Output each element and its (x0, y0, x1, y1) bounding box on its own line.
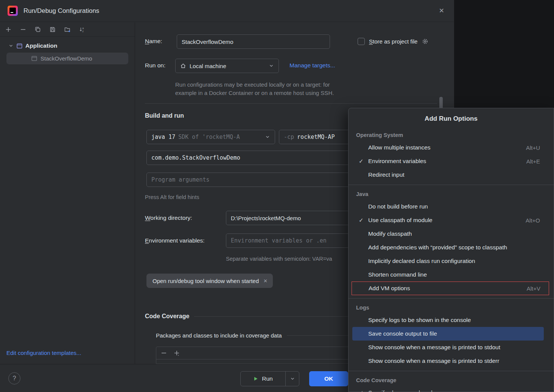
menu-item[interactable]: Modify classpath (349, 227, 554, 241)
menu-item[interactable]: ✓Specify classes and packages (349, 386, 554, 392)
code-coverage-title: Code Coverage (145, 313, 189, 320)
menu-item[interactable]: Allow multiple instancesAlt+U (349, 141, 554, 154)
jdk-description: SDK of 'rocketMQ-A (178, 134, 240, 140)
chevron-down-icon (265, 134, 270, 140)
working-directory-label: Working directory: (145, 215, 192, 221)
menu-item[interactable]: ✓Use classpath of moduleAlt+O (349, 213, 554, 227)
open-run-tool-window-chip: Open run/debug tool window when started … (146, 274, 273, 288)
menu-item[interactable]: Do not build before run (349, 200, 554, 213)
jdk-select[interactable]: java 17 SDK of 'rocketMQ-A (146, 130, 275, 144)
dialog-title: Run/Debug Configurations (23, 7, 99, 15)
chip-close-icon[interactable]: ✕ (263, 278, 268, 284)
configurations-sidebar: az Application StackOverflowDemo (0, 22, 135, 364)
run-split-button[interactable]: Run (240, 371, 299, 386)
store-as-project-file-label: Store as project file (369, 38, 417, 45)
help-button[interactable]: ? (8, 372, 20, 384)
close-icon[interactable]: ✕ (437, 5, 447, 16)
menu-item[interactable]: Add VM optionsAlt+V (352, 282, 549, 295)
chip-label: Open run/debug tool window when started (153, 278, 259, 284)
environment-variables-hint: Separate variables with semicolon: VAR=v… (226, 256, 351, 262)
name-input[interactable]: StackOverflowDemo (177, 34, 330, 49)
manage-targets-link[interactable]: Manage targets... (289, 62, 335, 69)
menu-item[interactable]: Shorten command line (349, 268, 554, 282)
menu-item-label: Specify classes and packages (368, 389, 447, 392)
build-and-run-title: Build and run (145, 112, 184, 119)
run-on-help-line1: Run configurations may be executed local… (175, 81, 359, 89)
environment-variables-placeholder: Environment variables or .en (231, 237, 327, 244)
add-run-options-list: Operating SystemAllow multiple instances… (349, 129, 554, 392)
add-pattern-icon[interactable] (174, 350, 180, 356)
run-on-help-line2: example in a Docker Container or on a re… (175, 89, 359, 97)
jdk-version: java 17 (151, 134, 175, 140)
save-configuration-icon[interactable] (50, 26, 56, 33)
run-on-label: Run on: (145, 62, 165, 69)
svg-text:a: a (82, 27, 84, 30)
menu-item[interactable]: Show console when a message is printed t… (349, 354, 554, 368)
menu-item[interactable]: Show console when a message is printed t… (349, 341, 554, 354)
store-settings-gear-icon[interactable] (422, 38, 429, 45)
menu-item-label: Use classpath of module (368, 217, 433, 224)
menu-item[interactable]: Specify logs to be shown in the console (349, 313, 554, 327)
menu-item[interactable]: ✓Environment variablesAlt+E (349, 154, 554, 168)
menu-item-label: Allow multiple instances (368, 144, 431, 151)
menu-item[interactable]: Add dependencies with “provided” scope t… (349, 241, 554, 254)
menu-item-label: Implicitly declared class run configurat… (368, 258, 475, 264)
coverage-packages-label: Packages and classes to include in cover… (156, 332, 282, 339)
store-as-project-file-checkbox[interactable] (358, 38, 365, 45)
run-on-select[interactable]: Local machine (175, 59, 279, 73)
tree-group-label: Application (25, 42, 57, 49)
name-label: Name: (145, 38, 162, 45)
intellij-logo (8, 6, 18, 16)
remove-configuration-icon[interactable] (20, 26, 26, 33)
menu-item-label: Specify logs to be shown in the console (368, 317, 471, 324)
menu-item-label: Environment variables (368, 158, 426, 165)
menu-item[interactable]: Save console output to file (352, 327, 544, 341)
sort-configurations-icon[interactable]: az (79, 26, 85, 33)
run-on-help-text: Run configurations may be executed local… (175, 81, 359, 97)
alt-hint-text: Press Alt for field hints (145, 194, 199, 200)
dialog-titlebar: Run/Debug Configurations ✕ (0, 0, 454, 22)
remove-pattern-icon[interactable] (161, 350, 167, 356)
section-divider (145, 103, 437, 104)
menu-item-label: Add VM options (369, 285, 410, 292)
popup-title: Add Run Options (349, 108, 554, 129)
local-machine-icon (180, 63, 186, 69)
menu-section-header: Code Coverage (349, 375, 554, 386)
menu-item-shortcut: Alt+O (518, 217, 540, 224)
run-configuration-icon (31, 55, 37, 62)
menu-section-header: Operating System (349, 129, 554, 141)
checkmark-icon: ✓ (359, 158, 366, 165)
run-play-icon (253, 376, 258, 381)
cp-value: rocketMQ-AP (297, 134, 335, 140)
add-run-options-popup: Add Run Options Operating SystemAllow mu… (348, 108, 554, 392)
menu-separator (349, 368, 554, 375)
copy-configuration-icon[interactable] (35, 26, 41, 33)
menu-item-label: Save console output to file (368, 330, 437, 337)
tree-group-application[interactable]: Application (0, 40, 135, 51)
store-as-project-file-row: Store as project file (358, 38, 429, 45)
checkmark-icon: ✓ (359, 389, 366, 392)
checkmark-icon: ✓ (359, 217, 366, 224)
edit-configuration-templates-link[interactable]: Edit configuration templates... (6, 350, 81, 356)
tree-item-stackoverflowdemo[interactable]: StackOverflowDemo (6, 53, 128, 64)
program-arguments-placeholder: Program arguments (151, 176, 210, 183)
menu-item-label: Do not build before run (368, 203, 428, 210)
menu-separator (349, 295, 554, 302)
menu-item-label: Modify classpath (368, 230, 412, 237)
chevron-down-icon (290, 376, 295, 381)
configurations-tree: Application StackOverflowDemo (0, 37, 135, 64)
working-directory-value: D:\Projects\rocketMQ-demo (231, 215, 301, 221)
main-class-value: com.demo.StackOverflowDemo (151, 154, 240, 161)
menu-item[interactable]: Redirect input (349, 168, 554, 182)
menu-item-shortcut: Alt+U (518, 145, 540, 151)
add-configuration-icon[interactable] (5, 26, 11, 33)
menu-item-label: Redirect input (368, 171, 405, 178)
ok-button[interactable]: OK (309, 371, 348, 386)
cp-flag: -cp (284, 134, 294, 140)
new-folder-icon[interactable] (64, 26, 70, 33)
menu-item[interactable]: Implicitly declared class run configurat… (349, 254, 554, 268)
run-options-dropdown[interactable] (285, 372, 299, 386)
environment-variables-label: Environment variables: (145, 237, 205, 244)
menu-item-shortcut: Alt+E (519, 158, 540, 165)
run-button[interactable]: Run (241, 375, 285, 382)
